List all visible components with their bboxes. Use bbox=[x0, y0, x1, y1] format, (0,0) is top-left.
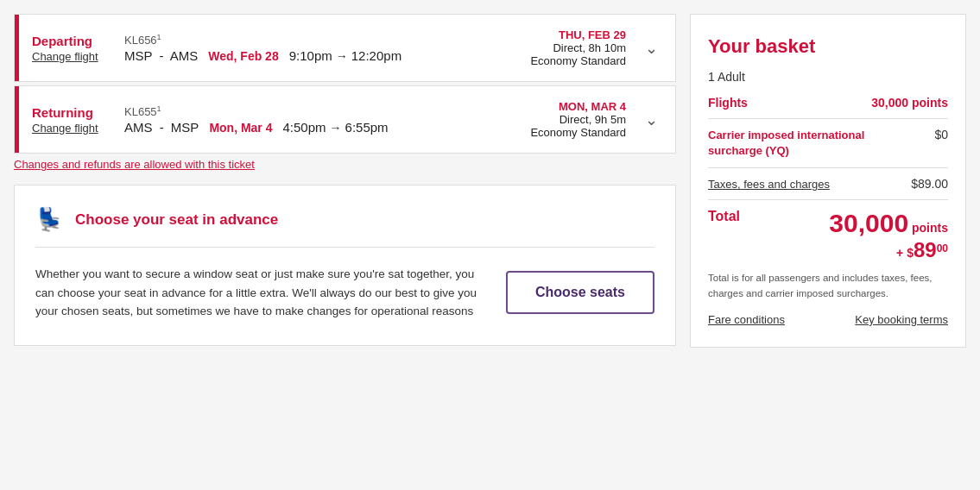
basket-total-points-label: points bbox=[912, 221, 948, 235]
basket-taxes-row: Taxes, fees and charges $89.00 bbox=[708, 177, 948, 191]
seat-card-header: 💺 Choose your seat in advance bbox=[35, 206, 654, 248]
departing-date-top: THU, FEB 29 bbox=[559, 28, 626, 41]
basket-total-row: Total 30,000 points + $8900 bbox=[708, 209, 948, 262]
departing-route: MSP - AMS bbox=[124, 48, 198, 63]
seat-selection-card: 💺 Choose your seat in advance Whether yo… bbox=[14, 185, 676, 346]
choose-seats-button[interactable]: Choose seats bbox=[506, 271, 654, 314]
returning-flight-card: Returning Change flight KL6551 AMS - MSP… bbox=[14, 85, 676, 154]
departing-change-flight-link[interactable]: Change flight bbox=[32, 50, 101, 63]
basket-flights-value: 30,000 points bbox=[871, 96, 948, 110]
returning-date-top: MON, MAR 4 bbox=[559, 100, 626, 113]
fare-conditions-link[interactable]: Fare conditions bbox=[708, 313, 785, 326]
basket-total-plus: + $ bbox=[896, 246, 914, 260]
basket-divider-2 bbox=[708, 167, 948, 168]
basket-total-dollars-int: 89 bbox=[914, 238, 937, 261]
departing-arrive-time: 12:20pm bbox=[351, 48, 401, 63]
seat-card-body: Whether you want to secure a window seat… bbox=[35, 265, 654, 321]
returning-accent-bar bbox=[15, 86, 19, 153]
returning-info-right: MON, MAR 4 Direct, 9h 5m Economy Standar… bbox=[530, 100, 626, 139]
basket-card: Your basket 1 Adult Flights 30,000 point… bbox=[690, 14, 966, 348]
basket-taxes-value: $89.00 bbox=[911, 177, 948, 191]
returning-label: Returning bbox=[32, 105, 101, 120]
returning-arrive-time: 6:55pm bbox=[345, 120, 389, 135]
departing-date: Wed, Feb 28 bbox=[208, 49, 278, 63]
departing-accent-bar bbox=[15, 15, 19, 81]
basket-disclaimer: Total is for all passengers and includes… bbox=[708, 271, 948, 301]
seat-description: Whether you want to secure a window seat… bbox=[35, 265, 485, 321]
departing-arrow: → bbox=[336, 49, 348, 63]
departing-depart-time: 9:10pm bbox=[289, 48, 332, 63]
basket-panel: Your basket 1 Adult Flights 30,000 point… bbox=[690, 14, 966, 348]
basket-flights-row: Flights 30,000 points bbox=[708, 96, 948, 110]
departing-info-right: THU, FEB 29 Direct, 8h 10m Economy Stand… bbox=[530, 28, 626, 67]
returning-change-flight-link[interactable]: Change flight bbox=[32, 122, 101, 135]
changes-notice[interactable]: Changes and refunds are allowed with thi… bbox=[14, 157, 676, 171]
departing-label: Departing bbox=[32, 34, 101, 48]
basket-total-label: Total bbox=[708, 209, 740, 224]
seat-title: Choose your seat in advance bbox=[75, 211, 278, 229]
departing-duration: Direct, 8h 10m bbox=[553, 41, 626, 54]
returning-depart-time: 4:50pm bbox=[283, 120, 326, 135]
basket-total-dollars-dec: 00 bbox=[937, 243, 948, 255]
basket-title: Your basket bbox=[708, 35, 948, 58]
returning-route: AMS - MSP bbox=[124, 120, 199, 135]
returning-date: Mon, Mar 4 bbox=[209, 121, 272, 135]
returning-flight-number: KL6551 bbox=[124, 104, 389, 118]
returning-arrow: → bbox=[330, 121, 342, 135]
key-booking-terms-link[interactable]: Key booking terms bbox=[855, 313, 948, 326]
returning-class: Economy Standard bbox=[530, 126, 626, 139]
returning-expand-button[interactable]: ⌄ bbox=[636, 110, 658, 129]
basket-divider-3 bbox=[708, 199, 948, 200]
basket-links: Fare conditions Key booking terms bbox=[708, 313, 948, 326]
departing-flight-number: KL6561 bbox=[124, 33, 401, 47]
departing-class: Economy Standard bbox=[530, 54, 626, 67]
basket-surcharge-value: $0 bbox=[934, 128, 948, 141]
seat-icon: 💺 bbox=[35, 206, 63, 233]
basket-taxes-label[interactable]: Taxes, fees and charges bbox=[708, 178, 830, 191]
departing-flight-card: Departing Change flight KL6561 MSP - AMS… bbox=[14, 14, 676, 82]
main-content: Departing Change flight KL6561 MSP - AMS… bbox=[14, 14, 676, 348]
basket-total-points: 30,000 bbox=[829, 209, 908, 237]
basket-total-value: 30,000 points + $8900 bbox=[829, 209, 948, 262]
departing-expand-button[interactable]: ⌄ bbox=[636, 39, 658, 58]
basket-surcharge-label: Carrier imposed international surcharge … bbox=[708, 128, 872, 159]
departing-route-times: MSP - AMS Wed, Feb 28 9:10pm → 12:20pm bbox=[124, 48, 401, 63]
basket-flights-label: Flights bbox=[708, 96, 748, 110]
returning-route-times: AMS - MSP Mon, Mar 4 4:50pm → 6:55pm bbox=[124, 120, 389, 135]
basket-adult: 1 Adult bbox=[708, 70, 948, 84]
basket-divider-1 bbox=[708, 118, 948, 119]
basket-surcharge-row: Carrier imposed international surcharge … bbox=[708, 128, 948, 159]
returning-duration: Direct, 9h 5m bbox=[560, 113, 626, 126]
